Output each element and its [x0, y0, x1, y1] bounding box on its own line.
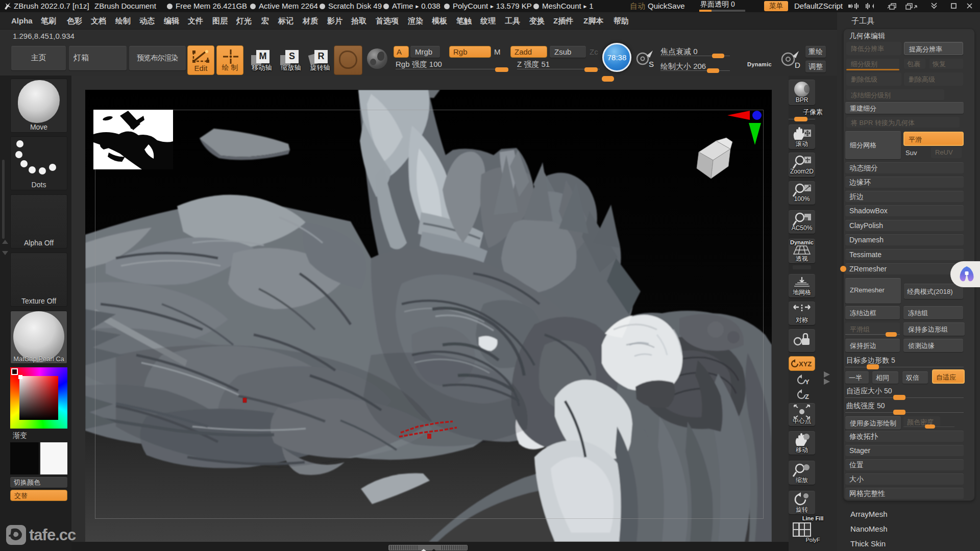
svg-text:D: D	[795, 61, 800, 69]
svg-text:S: S	[649, 60, 654, 68]
svg-text:Z: Z	[805, 393, 809, 400]
svg-text:Y: Y	[805, 378, 810, 386]
